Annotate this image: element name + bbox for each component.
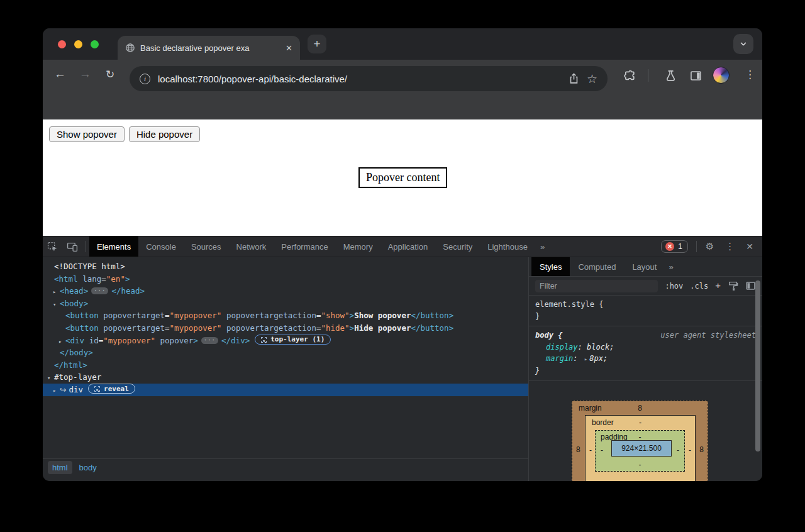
devtools-tab-sources[interactable]: Sources bbox=[184, 236, 229, 257]
url-text[interactable]: localhost:7800/popover-api/basic-declara… bbox=[158, 74, 561, 84]
tab-title: Basic declarative popover exa bbox=[140, 43, 280, 53]
code-token: "mypopover" bbox=[170, 323, 222, 333]
side-panel-icon[interactable] bbox=[689, 69, 702, 82]
devtools-tab-network[interactable]: Network bbox=[229, 236, 274, 257]
user-agent-rule[interactable]: user agent stylesheet body { display: bl… bbox=[529, 326, 762, 381]
styles-tab-computed[interactable]: Computed bbox=[570, 257, 624, 276]
hide-popover-button[interactable]: Hide popover bbox=[129, 126, 200, 142]
element-style-rule[interactable]: element.style { } bbox=[529, 296, 762, 326]
devtools-settings-gear-icon[interactable]: ⚙ bbox=[700, 236, 719, 257]
browser-tab[interactable]: Basic declarative popover exa ✕ bbox=[118, 36, 300, 60]
code-token: > bbox=[350, 323, 355, 333]
toggle-hover-state[interactable]: :hov bbox=[665, 282, 683, 291]
styles-scrollbar-thumb[interactable] bbox=[755, 280, 760, 452]
rendering-emulation-icon[interactable] bbox=[728, 280, 738, 291]
experiments-flask-icon[interactable] bbox=[664, 69, 677, 82]
close-window-button[interactable] bbox=[58, 40, 66, 48]
devtools-tab-memory[interactable]: Memory bbox=[336, 236, 380, 257]
styles-tab-layout[interactable]: Layout bbox=[624, 257, 665, 276]
tree-line[interactable]: </html> bbox=[43, 359, 528, 372]
share-icon[interactable] bbox=[569, 73, 579, 84]
styles-tab-styles[interactable]: Styles bbox=[531, 257, 570, 276]
expand-arrow-icon[interactable]: ▸ bbox=[53, 286, 60, 299]
breadcrumb-item-body[interactable]: body bbox=[75, 461, 101, 474]
tree-line[interactable]: <button popovertarget="mypopover" popove… bbox=[43, 322, 528, 335]
styles-tabs: StylesComputedLayout» bbox=[529, 257, 762, 277]
devtools-tab-elements[interactable]: Elements bbox=[89, 236, 138, 257]
tree-line[interactable]: ▸<div id="mypopover" popover>···</div>to… bbox=[43, 335, 528, 347]
margin-right-value[interactable]: 8 bbox=[699, 445, 704, 454]
site-info-icon[interactable]: i bbox=[140, 74, 150, 84]
show-popover-button[interactable]: Show popover bbox=[49, 126, 125, 142]
css-property[interactable]: margin: ▸8px; bbox=[535, 353, 756, 365]
code-token: <!DOCTYPE html> bbox=[54, 262, 125, 271]
device-toolbar-icon[interactable] bbox=[62, 236, 82, 257]
box-model-content[interactable]: 924×21.500 bbox=[611, 440, 672, 457]
forward-button[interactable]: → bbox=[79, 67, 91, 81]
bookmark-star-icon[interactable]: ☆ bbox=[587, 72, 597, 86]
box-model-margin[interactable]: margin 8 8 8 border - - - padding - bbox=[572, 401, 708, 481]
tab-close-icon[interactable]: ✕ bbox=[286, 43, 292, 53]
devtools-tabs: ElementsConsoleSourcesNetworkPerformance… bbox=[89, 236, 535, 257]
tree-line[interactable]: ▸↪ divreveal bbox=[43, 384, 528, 396]
border-right-value[interactable]: - bbox=[689, 446, 691, 455]
expand-shorthand-icon[interactable]: ▸ bbox=[582, 356, 589, 362]
rule-selector: body bbox=[535, 331, 553, 340]
margin-left-value[interactable]: 8 bbox=[576, 445, 580, 454]
devtools-tab-performance[interactable]: Performance bbox=[274, 236, 335, 257]
margin-top-value[interactable]: 8 bbox=[572, 404, 708, 413]
reload-button[interactable]: ↻ bbox=[106, 68, 114, 81]
profile-avatar[interactable] bbox=[713, 67, 730, 84]
inspect-element-icon[interactable] bbox=[43, 236, 62, 257]
new-tab-button[interactable]: + bbox=[308, 35, 326, 53]
address-bar[interactable]: i localhost:7800/popover-api/basic-decla… bbox=[130, 66, 608, 91]
css-property[interactable]: display: block; bbox=[535, 341, 756, 353]
expand-arrow-icon[interactable]: ▸ bbox=[53, 385, 60, 397]
tree-line[interactable]: ▾#top-layer bbox=[43, 371, 528, 384]
border-left-value[interactable]: - bbox=[589, 446, 592, 455]
devtools-close-icon[interactable]: ✕ bbox=[740, 236, 762, 257]
error-count-badge[interactable]: ✕ 1 bbox=[661, 240, 688, 253]
rule-close-brace: } bbox=[535, 367, 540, 375]
toggle-element-classes[interactable]: .cls bbox=[690, 282, 708, 291]
code-token: = bbox=[165, 323, 170, 333]
tree-line[interactable]: </body> bbox=[43, 346, 528, 359]
extensions-icon[interactable] bbox=[623, 69, 636, 82]
reveal-badge[interactable]: reveal bbox=[88, 384, 135, 394]
dock-sidebar-icon[interactable] bbox=[745, 280, 756, 291]
more-panels-icon[interactable]: » bbox=[535, 236, 550, 257]
padding-bottom-value[interactable]: - bbox=[596, 460, 684, 469]
code-token: "show" bbox=[321, 311, 349, 320]
devtools-tab-application[interactable]: Application bbox=[380, 236, 436, 257]
breadcrumb-item-html[interactable]: html bbox=[48, 461, 72, 474]
styles-filter-input[interactable]: Filter bbox=[535, 280, 658, 292]
padding-left-value[interactable]: - bbox=[601, 446, 603, 455]
minimize-window-button[interactable] bbox=[74, 40, 82, 48]
tree-line[interactable]: <!DOCTYPE html> bbox=[43, 260, 528, 273]
box-model-padding[interactable]: padding - - - - 924×21.500 bbox=[595, 430, 685, 472]
ellipsis-expand-button[interactable]: ··· bbox=[201, 337, 218, 344]
maximize-window-button[interactable] bbox=[91, 40, 99, 48]
devtools-menu-icon[interactable]: ⋮ bbox=[719, 236, 740, 257]
new-style-rule-button[interactable]: + bbox=[715, 280, 721, 291]
more-sidebar-tabs-icon[interactable]: » bbox=[665, 257, 677, 276]
error-icon: ✕ bbox=[665, 242, 674, 251]
border-top-value[interactable]: - bbox=[586, 418, 695, 427]
tree-line[interactable]: <button popovertarget="mypopover" popove… bbox=[43, 309, 528, 322]
box-model-border[interactable]: border - - - padding - - - - 924×21.500 bbox=[585, 415, 696, 481]
devtools-tab-console[interactable]: Console bbox=[138, 236, 184, 257]
devtools-tab-lighthouse[interactable]: Lighthouse bbox=[480, 236, 535, 257]
page-content: Show popover Hide popover Popover conten… bbox=[43, 119, 762, 236]
tab-search-button[interactable] bbox=[733, 34, 753, 54]
padding-right-value[interactable]: - bbox=[677, 446, 679, 455]
expand-arrow-icon[interactable]: ▾ bbox=[47, 372, 54, 385]
browser-menu-icon[interactable]: ⋮ bbox=[745, 68, 755, 81]
back-button[interactable]: ← bbox=[54, 67, 66, 81]
tree-line[interactable]: <html lang="en"> bbox=[43, 273, 528, 285]
devtools-tab-security[interactable]: Security bbox=[435, 236, 480, 257]
top-layer-badge[interactable]: top-layer (1) bbox=[255, 335, 331, 345]
expand-arrow-icon[interactable]: ▾ bbox=[53, 299, 60, 311]
ellipsis-expand-button[interactable]: ··· bbox=[91, 287, 108, 294]
tree-line[interactable]: ▾<body> bbox=[43, 297, 528, 310]
tree-line[interactable]: ▸<head>···</head> bbox=[43, 285, 528, 297]
